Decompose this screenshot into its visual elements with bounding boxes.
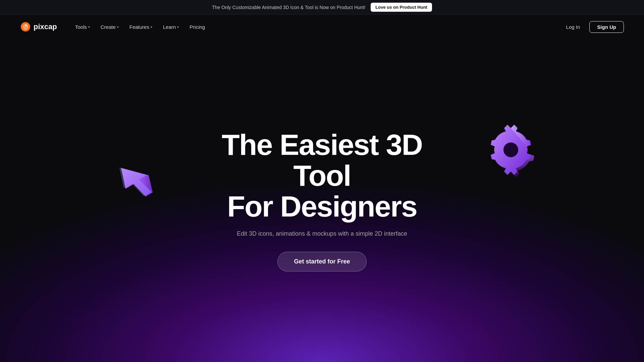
nav-item-tools[interactable]: Tools ▾ [70,21,95,33]
hero-subtitle: Edit 3D icons, animations & mockups with… [205,229,439,239]
chevron-down-icon: ▾ [88,25,90,29]
chevron-down-icon: ▾ [151,25,152,29]
hero-section: The Easiest 3D Tool For Designers Edit 3… [0,39,644,362]
hero-content: The Easiest 3D Tool For Designers Edit 3… [205,129,439,272]
nav-item-learn[interactable]: Learn ▾ [158,21,183,33]
svg-point-4 [503,142,518,157]
cta-button[interactable]: Get started for Free [277,252,366,272]
deco-arrow-left [116,152,170,205]
signup-button[interactable]: Sign Up [589,21,624,33]
logo-text: pixcap [34,22,57,31]
login-button[interactable]: Log In [561,21,586,33]
chevron-down-icon: ▾ [117,25,119,29]
announcement-text: The Only Customizable Animated 3D Icon &… [212,5,365,10]
nav-auth: Log In Sign Up [561,21,624,33]
logo-icon [20,21,31,32]
nav-item-pricing[interactable]: Pricing [185,21,210,33]
announcement-bar: The Only Customizable Animated 3D Icon &… [0,0,644,15]
hero-title: The Easiest 3D Tool For Designers [205,129,439,222]
nav-item-create[interactable]: Create ▾ [96,21,123,33]
logo[interactable]: pixcap [20,21,57,32]
product-hunt-button[interactable]: Love us on Product Hunt [371,3,432,12]
deco-gear-right [481,120,541,180]
nav-links: Tools ▾ Create ▾ Features ▾ Learn ▾ Pric… [70,21,561,33]
chevron-down-icon: ▾ [177,25,179,29]
navbar: pixcap Tools ▾ Create ▾ Features ▾ Learn… [0,15,644,39]
nav-item-features[interactable]: Features ▾ [125,21,157,33]
